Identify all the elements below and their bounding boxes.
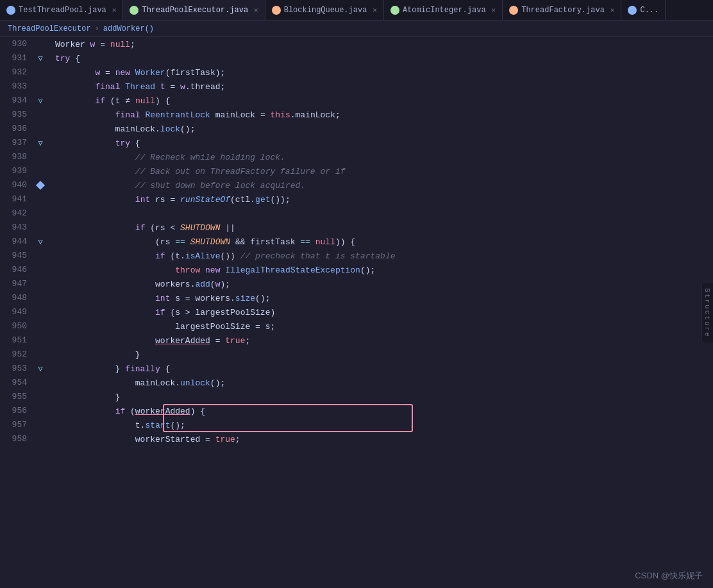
tab-test-label: TestThreadPool.java: [19, 6, 106, 15]
code-line-932: w = new Worker(firstTask);: [47, 65, 713, 80]
code-line-942: [47, 206, 713, 221]
code-line-944: (rs == SHUTDOWN && firstTask == null)) {: [47, 235, 713, 249]
code-line-938: // Recheck while holding lock.: [47, 150, 713, 164]
breadcrumb-method[interactable]: addWorker(): [103, 24, 154, 33]
breadcrumb-class[interactable]: ThreadPoolExecutor: [8, 24, 91, 33]
code-line-939: // Back out on ThreadFactory failure or …: [47, 164, 713, 178]
code-line-945: if (t.isAlive()) // precheck that t is s…: [47, 249, 713, 263]
code-line-936: mainLock.lock();: [47, 122, 713, 136]
code-line-955: }: [47, 390, 713, 404]
tab-tf-close[interactable]: ✕: [610, 6, 615, 14]
editor: 930 931 932 933 934 935 936 937 938 939 …: [0, 37, 713, 588]
code-line-937: try {: [47, 136, 713, 150]
code-area: Worker w = null; try { w = new Worker(fi…: [47, 37, 713, 588]
code-line-956: if (workerAdded) {: [47, 404, 713, 418]
gutter: ▽ ▽ ▽ ▽ ▽: [33, 37, 47, 588]
tab-bq-close[interactable]: ✕: [373, 6, 377, 14]
code-line-953: } finally {: [47, 362, 713, 376]
tab-ai-close[interactable]: ✕: [492, 6, 496, 14]
code-line-948: int s = workers.size();: [47, 291, 713, 305]
tab-tpe-label: ThreadPoolExecutor.java: [142, 6, 248, 15]
code-line-931: try {: [47, 51, 713, 65]
tab-bq[interactable]: BlockingQueue.java ✕: [265, 0, 384, 21]
code-line-949: if (s > largestPoolSize): [47, 305, 713, 319]
tab-test[interactable]: TestThreadPool.java ✕: [0, 0, 123, 21]
code-line-941: int rs = runStateOf(ctl.get());: [47, 192, 713, 206]
code-line-933: final Thread t = w.thread;: [47, 80, 713, 94]
tab-other[interactable]: C...: [621, 0, 666, 21]
tab-tf-label: ThreadFactory.java: [521, 6, 605, 15]
code-line-946: throw new IllegalThreadStateException();: [47, 263, 713, 277]
tab-tpe-close[interactable]: ✕: [254, 6, 258, 14]
tab-tf[interactable]: ThreadFactory.java ✕: [503, 0, 621, 21]
code-line-954: mainLock.unlock();: [47, 376, 713, 390]
tab-bq-label: BlockingQueue.java: [284, 6, 367, 15]
code-line-952: }: [47, 348, 713, 362]
code-line-934: if (t ≠ null) {: [47, 94, 713, 108]
code-line-947: workers.add(w);: [47, 277, 713, 291]
code-line-943: if (rs < SHUTDOWN ||: [47, 221, 713, 235]
structure-label: Structure: [701, 283, 713, 342]
breadcrumb: ThreadPoolExecutor › addWorker(): [0, 21, 713, 37]
code-line-940: // shut down before lock acquired.: [47, 178, 713, 192]
watermark: CSDN @快乐妮子: [635, 570, 703, 582]
code-line-958: workerStarted = true;: [47, 432, 713, 446]
code-line-957: t.start();: [47, 418, 713, 432]
tab-tpe[interactable]: ThreadPoolExecutor.java ✕: [123, 0, 265, 21]
tab-test-close[interactable]: ✕: [112, 6, 117, 14]
code-line-930: Worker w = null;: [47, 37, 713, 51]
code-line-950: largestPoolSize = s;: [47, 319, 713, 333]
code-line-951: workerAdded = true;: [47, 333, 713, 348]
tab-ai-label: AtomicInteger.java: [403, 6, 486, 15]
code-line-935: final ReentrantLock mainLock = this.main…: [47, 108, 713, 122]
line-numbers: 930 931 932 933 934 935 936 937 938 939 …: [0, 37, 33, 588]
tab-other-label: C...: [640, 6, 658, 15]
tab-bar[interactable]: TestThreadPool.java ✕ ThreadPoolExecutor…: [0, 0, 713, 21]
tab-ai[interactable]: AtomicInteger.java ✕: [384, 0, 503, 21]
